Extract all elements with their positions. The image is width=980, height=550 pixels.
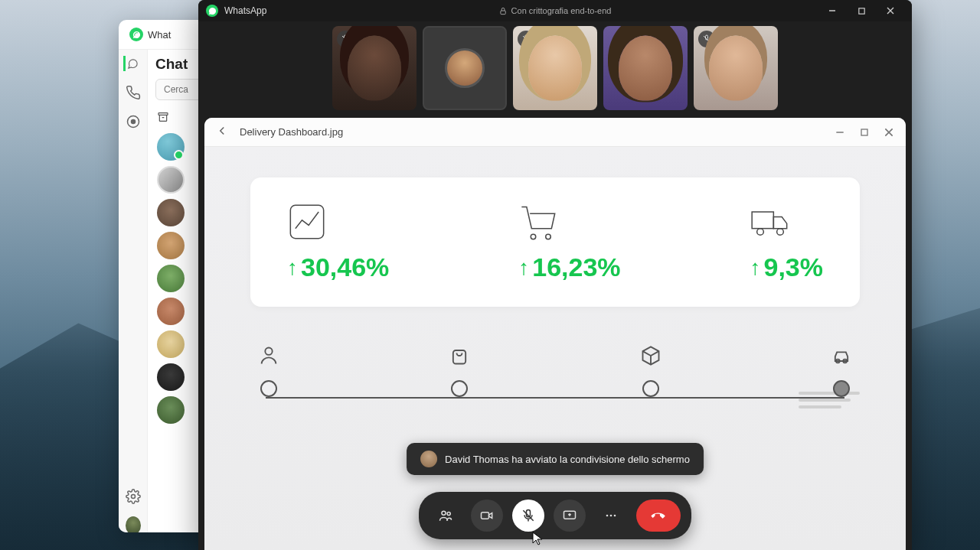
svg-point-2 [131, 495, 135, 499]
lock-icon [499, 7, 508, 15]
chat-avatar[interactable] [157, 232, 185, 259]
participants-strip [198, 21, 912, 118]
chat-avatar[interactable] [157, 298, 185, 325]
step-dot-active [833, 380, 850, 397]
back-button[interactable] [215, 124, 229, 141]
shared-minimize-button[interactable] [834, 126, 846, 138]
chat-avatar[interactable] [157, 166, 185, 194]
more-options-button[interactable] [595, 500, 627, 532]
svg-point-24 [614, 515, 616, 517]
participant-tile[interactable] [603, 26, 688, 110]
progress-step [449, 345, 470, 397]
encryption-label: Con crittografia end-to-end [499, 6, 612, 15]
end-call-button[interactable] [636, 500, 681, 532]
self-avatar [445, 48, 485, 88]
screen-share-button[interactable] [554, 500, 586, 532]
nav-status-icon[interactable] [126, 114, 141, 129]
up-arrow-icon: ↑ [518, 255, 529, 280]
toast-avatar [420, 451, 437, 467]
dashboard-content: ↑30,46% ↑16,23% ↑9,3% [204, 147, 906, 550]
toast-text: David Thomas ha avviato la condivisione … [445, 454, 690, 465]
car-icon [831, 345, 852, 366]
kpi-item: ↑9,3% [750, 202, 824, 282]
svg-rect-6 [861, 129, 867, 135]
svg-point-22 [606, 515, 609, 517]
kpi-item: ↑16,23% [518, 202, 620, 282]
svg-rect-3 [158, 113, 168, 116]
svg-point-17 [442, 511, 446, 515]
mic-toggle-button[interactable] [512, 500, 544, 532]
whatsapp-logo-icon [129, 28, 143, 41]
progress-step [831, 345, 852, 397]
video-toggle-button[interactable] [471, 500, 503, 532]
kpi-item: ↑30,46% [287, 202, 389, 282]
svg-rect-7 [290, 205, 323, 238]
chat-avatar[interactable] [157, 396, 185, 424]
chat-avatar[interactable] [157, 265, 185, 292]
cart-icon [518, 202, 558, 242]
call-titlebar: WhatsApp Con crittografia end-to-end [198, 0, 912, 21]
svg-point-1 [131, 120, 135, 124]
chat-avatar[interactable] [157, 133, 185, 161]
mic-muted-icon [518, 31, 534, 47]
progress-line [266, 397, 844, 399]
up-arrow-icon: ↑ [750, 255, 761, 280]
shared-close-button[interactable] [883, 126, 895, 138]
svg-point-11 [756, 229, 763, 236]
mouse-cursor-icon [532, 532, 543, 545]
svg-point-9 [546, 234, 551, 239]
chat-avatar[interactable] [157, 199, 185, 226]
progress-step [258, 345, 279, 397]
up-arrow-icon: ↑ [287, 255, 298, 280]
call-window: WhatsApp Con crittografia end-to-end D [198, 0, 912, 550]
svg-rect-14 [453, 350, 466, 364]
text-placeholder-lines [799, 392, 860, 412]
progress-step [640, 345, 662, 397]
whatsapp-nav-rail [119, 50, 148, 532]
bag-icon [449, 345, 470, 366]
close-button[interactable] [877, 2, 904, 20]
step-dot [642, 380, 659, 397]
participant-tile-self[interactable] [423, 26, 507, 110]
nav-settings-icon[interactable] [126, 489, 141, 504]
whatsapp-logo-icon [206, 5, 218, 17]
participant-tile[interactable] [513, 26, 597, 110]
person-icon [258, 345, 279, 366]
delivery-progress [250, 345, 860, 397]
kpi-value: 30,46% [301, 252, 389, 282]
chat-avatar[interactable] [157, 363, 185, 391]
truck-icon [750, 202, 790, 242]
chat-avatar[interactable] [157, 330, 185, 358]
minimize-button[interactable] [818, 2, 846, 20]
svg-point-12 [776, 229, 783, 236]
shared-screen-panel: Delivery Dashboard.jpg ↑30,46% ↑16,23% [204, 118, 906, 550]
participants-button[interactable] [430, 500, 462, 532]
nav-profile-icon[interactable] [126, 518, 141, 532]
call-app-title: WhatsApp [224, 5, 266, 16]
nav-calls-icon[interactable] [126, 85, 141, 100]
svg-point-13 [265, 348, 272, 355]
shared-file-title: Delivery Dashboard.jpg [240, 126, 343, 138]
nav-chats-icon[interactable] [123, 56, 139, 71]
svg-rect-10 [752, 212, 773, 229]
svg-rect-4 [501, 11, 505, 15]
maximize-button[interactable] [848, 2, 875, 20]
call-controls-bar [419, 492, 691, 539]
shared-maximize-button[interactable] [858, 126, 871, 138]
mic-muted-icon [337, 31, 354, 47]
whatsapp-main-title: What [148, 29, 171, 41]
svg-rect-19 [482, 513, 489, 519]
shared-screen-titlebar: Delivery Dashboard.jpg [204, 118, 906, 147]
svg-point-18 [447, 512, 450, 515]
step-dot [451, 380, 468, 397]
participant-tile[interactable] [332, 26, 416, 110]
package-icon [640, 345, 662, 366]
kpi-value: 16,23% [532, 252, 620, 282]
chart-icon [287, 202, 327, 242]
mic-muted-icon [698, 31, 715, 47]
kpi-value: 9,3% [764, 252, 824, 282]
screen-share-toast: David Thomas ha avviato la condivisione … [407, 443, 704, 475]
kpi-card: ↑30,46% ↑16,23% ↑9,3% [250, 177, 860, 307]
svg-point-8 [531, 234, 537, 239]
participant-tile[interactable] [694, 26, 778, 110]
